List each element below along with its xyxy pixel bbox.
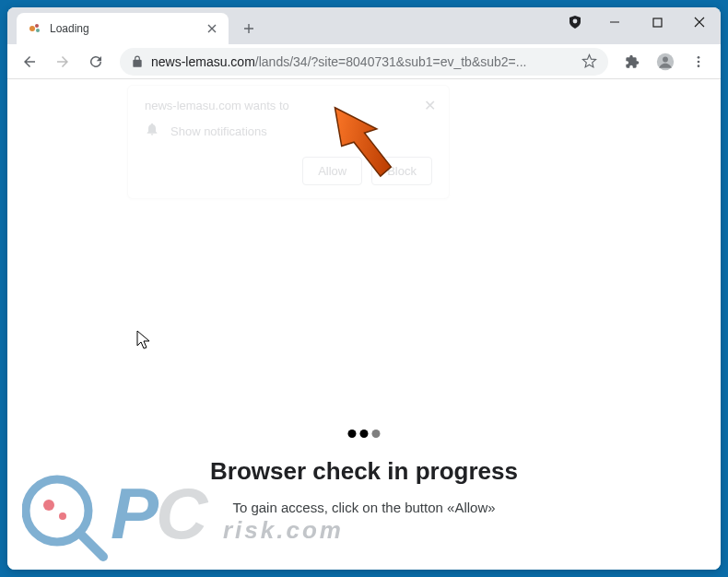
cursor-icon xyxy=(136,330,153,354)
bell-icon xyxy=(145,122,159,140)
svg-point-9 xyxy=(698,65,700,67)
wm-sub: risk.com xyxy=(223,516,344,544)
titlebar: Loading xyxy=(7,7,721,44)
notification-close-icon[interactable]: ✕ xyxy=(424,97,436,114)
back-button[interactable] xyxy=(15,47,44,77)
lock-icon xyxy=(131,55,144,68)
notification-popup: ✕ news-lemasu.com wants to Show notifica… xyxy=(127,85,450,199)
window-controls xyxy=(557,7,721,37)
tab-title: Loading xyxy=(50,22,205,35)
extensions-icon[interactable] xyxy=(617,47,647,77)
loading-dots-icon xyxy=(348,430,381,438)
url-path: /lands/34/?site=8040731&sub1=ev_tb&sub2=… xyxy=(255,54,527,69)
close-tab-icon[interactable] xyxy=(205,21,219,36)
svg-point-0 xyxy=(29,26,35,31)
shield-icon[interactable] xyxy=(557,7,593,37)
url-text: news-lemasu.com/lands/34/?site=8040731&s… xyxy=(151,54,574,69)
notification-label: Show notifications xyxy=(170,124,267,138)
minimize-button[interactable] xyxy=(593,7,636,37)
block-button[interactable]: Block xyxy=(371,157,432,185)
page-content: ✕ news-lemasu.com wants to Show notifica… xyxy=(7,79,721,570)
profile-avatar-icon[interactable] xyxy=(651,47,680,77)
forward-button[interactable] xyxy=(48,47,77,77)
svg-point-8 xyxy=(698,60,700,63)
menu-icon[interactable] xyxy=(684,47,713,77)
svg-rect-4 xyxy=(653,18,662,27)
browser-tab[interactable]: Loading xyxy=(17,13,229,44)
svg-point-3 xyxy=(573,19,578,24)
svg-point-2 xyxy=(36,29,40,32)
favicon-icon xyxy=(28,21,42,36)
svg-point-7 xyxy=(698,56,700,59)
browser-window: Loading xyxy=(7,7,721,570)
bookmark-star-icon[interactable] xyxy=(581,53,597,69)
new-tab-button[interactable] xyxy=(236,16,262,41)
svg-point-6 xyxy=(663,56,668,62)
close-window-button[interactable] xyxy=(678,7,721,37)
maximize-button[interactable] xyxy=(636,7,678,37)
page-subline: To gain access, click on the button «All… xyxy=(7,500,721,515)
reload-button[interactable] xyxy=(81,47,111,77)
url-host: news-lemasu.com xyxy=(151,54,255,69)
page-headline: Browser check in progress xyxy=(7,457,721,486)
toolbar: news-lemasu.com/lands/34/?site=8040731&s… xyxy=(7,44,721,79)
svg-point-1 xyxy=(35,24,39,28)
svg-line-13 xyxy=(79,533,103,557)
address-bar[interactable]: news-lemasu.com/lands/34/?site=8040731&s… xyxy=(120,48,608,76)
notification-origin: news-lemasu.com wants to xyxy=(145,99,432,112)
allow-button[interactable]: Allow xyxy=(302,157,362,185)
